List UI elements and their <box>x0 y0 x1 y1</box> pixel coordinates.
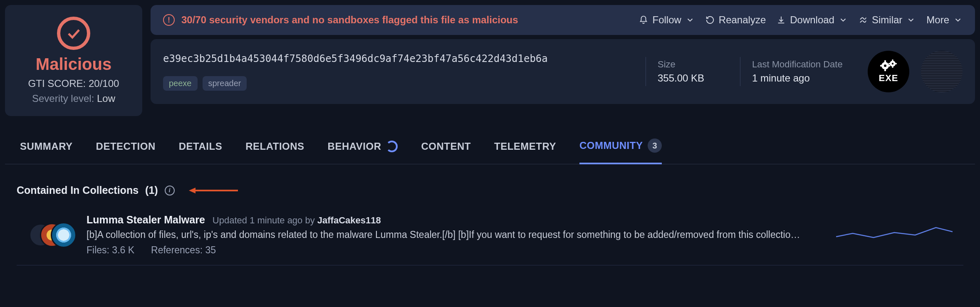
collection-icon <box>29 220 75 250</box>
gti-score: GTI SCORE: 20/100 <box>28 78 119 89</box>
collection-title: Lumma Stealer Malware <box>87 214 205 226</box>
tab-behavior-label: BEHAVIOR <box>328 141 381 152</box>
section-count: (1) <box>145 184 158 196</box>
info-icon[interactable]: i <box>165 186 175 196</box>
severity-line: Severity level: Low <box>32 93 115 104</box>
severity-value: Low <box>97 93 115 104</box>
main-card: ! 30/70 security vendors and no sandboxe… <box>151 5 975 116</box>
community-count-badge: 3 <box>648 139 662 153</box>
collection-files: Files: 3.6 K <box>87 245 134 256</box>
svg-rect-5 <box>888 65 890 67</box>
download-button[interactable]: Download <box>777 14 848 26</box>
file-size-meta: Size 355.00 KB <box>658 59 728 84</box>
more-button[interactable]: More <box>926 14 963 26</box>
similar-label: Similar <box>872 14 902 26</box>
verdict-card: Malicious GTI SCORE: 20/100 Severity lev… <box>5 5 142 116</box>
svg-rect-11 <box>895 63 897 64</box>
file-mod-meta: Last Modification Date 1 minute ago <box>752 59 856 84</box>
verdict-check-icon <box>57 17 90 50</box>
follow-button[interactable]: Follow <box>639 14 694 26</box>
similar-icon <box>859 15 868 25</box>
loading-spinner-icon <box>386 141 398 152</box>
severity-label: Severity level: <box>32 93 94 104</box>
chevron-down-icon <box>686 15 695 25</box>
tab-summary[interactable]: SUMMARY <box>20 141 73 162</box>
file-details-bar: e39ec3b25d1b4a453044f7580d6e5f3496dc9af7… <box>151 39 975 104</box>
divider <box>740 57 740 86</box>
collection-updated: Updated 1 minute ago by JaffaCakes118 <box>213 215 381 226</box>
svg-rect-4 <box>880 65 883 67</box>
collection-description: [b]A collection of files, url's, ip's an… <box>87 229 824 240</box>
file-type-badge: EXE <box>868 51 909 92</box>
sparkline-chart <box>836 223 953 248</box>
more-label: More <box>926 14 949 26</box>
download-label: Download <box>790 14 834 26</box>
alert-bar: ! 30/70 security vendors and no sandboxe… <box>151 5 975 35</box>
chevron-down-icon <box>953 15 963 25</box>
verdict-label: Malicious <box>36 55 111 74</box>
svg-rect-3 <box>884 69 886 71</box>
annotation-arrow-icon <box>189 186 239 195</box>
svg-rect-9 <box>892 66 893 68</box>
chevron-down-icon <box>906 15 916 25</box>
svg-point-7 <box>892 63 893 64</box>
alert-text: 30/70 security vendors and no sandboxes … <box>181 14 518 26</box>
svg-rect-8 <box>892 59 893 62</box>
tab-detection[interactable]: DETECTION <box>96 141 156 162</box>
section-title: Contained In Collections <box>17 184 139 196</box>
collection-updated-prefix: Updated 1 minute ago by <box>213 215 315 225</box>
collection-refs: References: 35 <box>151 245 216 256</box>
svg-rect-10 <box>888 63 891 64</box>
collections-section: Contained In Collections (1) i Lumma Ste… <box>5 164 975 265</box>
file-hash[interactable]: e39ec3b25d1b4a453044f7580d6e5f3496dc9af7… <box>163 53 634 64</box>
chevron-down-icon <box>839 15 848 25</box>
tab-relations[interactable]: RELATIONS <box>245 141 304 162</box>
reanalyze-label: Reanalyze <box>719 14 766 26</box>
svg-point-1 <box>884 64 886 67</box>
download-icon <box>777 15 786 25</box>
section-header: Contained In Collections (1) i <box>17 184 963 196</box>
svg-marker-13 <box>189 188 196 193</box>
tag-spreader[interactable]: spreader <box>203 76 247 91</box>
collection-author[interactable]: JaffaCakes118 <box>317 215 381 225</box>
mod-value: 1 minute ago <box>752 72 856 84</box>
tab-content[interactable]: CONTENT <box>421 141 471 162</box>
file-tags: peexe spreader <box>163 76 634 91</box>
tag-peexe[interactable]: peexe <box>163 76 198 91</box>
tab-community-label: COMMUNITY <box>579 140 643 151</box>
tab-details[interactable]: DETAILS <box>179 141 222 162</box>
svg-rect-2 <box>884 60 886 63</box>
tab-telemetry[interactable]: TELEMETRY <box>494 141 556 162</box>
tab-community[interactable]: COMMUNITY 3 <box>579 139 662 164</box>
reanalyze-button[interactable]: Reanalyze <box>705 14 766 26</box>
mod-label: Last Modification Date <box>752 59 856 70</box>
tab-behavior[interactable]: BEHAVIOR <box>328 141 398 162</box>
similar-button[interactable]: Similar <box>859 14 916 26</box>
follow-label: Follow <box>652 14 681 26</box>
size-value: 355.00 KB <box>658 72 728 84</box>
collection-row[interactable]: Lumma Stealer Malware Updated 1 minute a… <box>17 205 963 265</box>
bell-icon <box>639 15 648 25</box>
tabs: SUMMARY DETECTION DETAILS RELATIONS BEHA… <box>5 116 975 164</box>
size-label: Size <box>658 59 728 70</box>
alert-icon: ! <box>163 14 175 26</box>
divider <box>646 57 646 86</box>
file-visual-hash-icon <box>921 51 963 92</box>
refresh-icon <box>705 15 715 25</box>
file-ext: EXE <box>879 73 898 84</box>
gears-icon <box>879 59 898 72</box>
collection-stats: Files: 3.6 K References: 35 <box>87 245 824 256</box>
